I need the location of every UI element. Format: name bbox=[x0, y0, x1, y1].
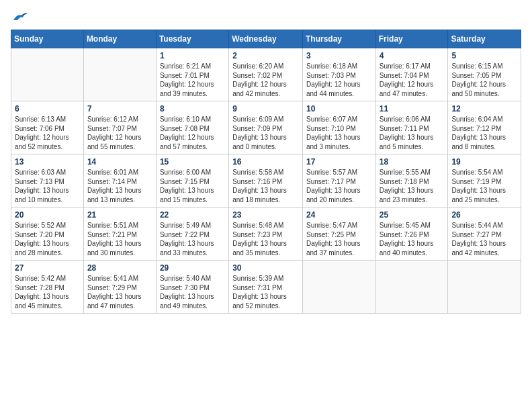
calendar-cell bbox=[448, 261, 521, 314]
day-number: 14 bbox=[87, 157, 152, 167]
day-number: 26 bbox=[451, 210, 517, 220]
cell-content: Sunrise: 6:01 AM Sunset: 7:14 PM Dayligh… bbox=[87, 168, 152, 204]
calendar-cell: 19Sunrise: 5:54 AM Sunset: 7:19 PM Dayli… bbox=[448, 154, 521, 208]
calendar-cell: 28Sunrise: 5:41 AM Sunset: 7:29 PM Dayli… bbox=[83, 261, 156, 314]
cell-content: Sunrise: 6:20 AM Sunset: 7:02 PM Dayligh… bbox=[232, 62, 299, 98]
cell-content: Sunrise: 5:55 AM Sunset: 7:18 PM Dayligh… bbox=[380, 168, 445, 204]
calendar-cell: 13Sunrise: 6:03 AM Sunset: 7:13 PM Dayli… bbox=[11, 154, 84, 208]
weekday-header-saturday: Saturday bbox=[448, 30, 521, 48]
calendar-table: SundayMondayTuesdayWednesdayThursdayFrid… bbox=[11, 30, 521, 314]
calendar-cell: 10Sunrise: 6:07 AM Sunset: 7:10 PM Dayli… bbox=[302, 101, 375, 154]
cell-content: Sunrise: 5:58 AM Sunset: 7:16 PM Dayligh… bbox=[232, 168, 299, 204]
cell-content: Sunrise: 5:57 AM Sunset: 7:17 PM Dayligh… bbox=[306, 168, 372, 204]
day-number: 2 bbox=[232, 51, 299, 60]
calendar-cell: 1Sunrise: 6:21 AM Sunset: 7:01 PM Daylig… bbox=[156, 48, 228, 101]
calendar-cell: 7Sunrise: 6:12 AM Sunset: 7:07 PM Daylig… bbox=[83, 101, 156, 154]
day-number: 22 bbox=[160, 210, 225, 220]
cell-content: Sunrise: 5:45 AM Sunset: 7:26 PM Dayligh… bbox=[380, 221, 445, 257]
day-number: 23 bbox=[232, 210, 299, 220]
calendar-cell: 21Sunrise: 5:51 AM Sunset: 7:21 PM Dayli… bbox=[83, 208, 156, 261]
cell-content: Sunrise: 6:03 AM Sunset: 7:13 PM Dayligh… bbox=[15, 168, 80, 204]
cell-content: Sunrise: 6:12 AM Sunset: 7:07 PM Dayligh… bbox=[87, 115, 152, 151]
calendar-cell: 24Sunrise: 5:47 AM Sunset: 7:25 PM Dayli… bbox=[302, 208, 375, 261]
calendar-week-row: 1Sunrise: 6:21 AM Sunset: 7:01 PM Daylig… bbox=[11, 48, 521, 101]
weekday-header-sunday: Sunday bbox=[11, 30, 84, 48]
calendar-cell: 30Sunrise: 5:39 AM Sunset: 7:31 PM Dayli… bbox=[229, 261, 303, 314]
day-number: 4 bbox=[380, 51, 445, 60]
calendar-cell: 12Sunrise: 6:04 AM Sunset: 7:12 PM Dayli… bbox=[448, 101, 521, 154]
calendar-cell bbox=[83, 48, 156, 101]
calendar-cell: 29Sunrise: 5:40 AM Sunset: 7:30 PM Dayli… bbox=[156, 261, 228, 314]
day-number: 1 bbox=[160, 51, 225, 60]
calendar-cell: 9Sunrise: 6:09 AM Sunset: 7:09 PM Daylig… bbox=[229, 101, 303, 154]
day-number: 16 bbox=[232, 157, 299, 167]
calendar-cell bbox=[302, 261, 375, 314]
day-number: 28 bbox=[87, 263, 152, 273]
calendar-cell: 17Sunrise: 5:57 AM Sunset: 7:17 PM Dayli… bbox=[302, 154, 375, 208]
cell-content: Sunrise: 5:39 AM Sunset: 7:31 PM Dayligh… bbox=[232, 274, 299, 310]
calendar-cell: 18Sunrise: 5:55 AM Sunset: 7:18 PM Dayli… bbox=[375, 154, 448, 208]
cell-content: Sunrise: 5:42 AM Sunset: 7:28 PM Dayligh… bbox=[15, 274, 80, 310]
cell-content: Sunrise: 6:15 AM Sunset: 7:05 PM Dayligh… bbox=[451, 62, 517, 98]
cell-content: Sunrise: 5:40 AM Sunset: 7:30 PM Dayligh… bbox=[160, 274, 225, 310]
cell-content: Sunrise: 5:49 AM Sunset: 7:22 PM Dayligh… bbox=[160, 221, 225, 257]
calendar-cell: 11Sunrise: 6:06 AM Sunset: 7:11 PM Dayli… bbox=[375, 101, 448, 154]
day-number: 19 bbox=[451, 157, 517, 167]
cell-content: Sunrise: 5:51 AM Sunset: 7:21 PM Dayligh… bbox=[87, 221, 152, 257]
day-number: 15 bbox=[160, 157, 225, 167]
day-number: 21 bbox=[87, 210, 152, 220]
cell-content: Sunrise: 5:44 AM Sunset: 7:27 PM Dayligh… bbox=[451, 221, 517, 257]
calendar-cell: 23Sunrise: 5:48 AM Sunset: 7:23 PM Dayli… bbox=[229, 208, 303, 261]
calendar-week-row: 13Sunrise: 6:03 AM Sunset: 7:13 PM Dayli… bbox=[11, 154, 521, 208]
calendar-cell bbox=[375, 261, 448, 314]
calendar-cell: 8Sunrise: 6:10 AM Sunset: 7:08 PM Daylig… bbox=[156, 101, 228, 154]
weekday-header-tuesday: Tuesday bbox=[156, 30, 228, 48]
logo-bird-icon bbox=[12, 11, 27, 23]
day-number: 8 bbox=[160, 104, 225, 113]
cell-content: Sunrise: 6:13 AM Sunset: 7:06 PM Dayligh… bbox=[15, 115, 80, 151]
cell-content: Sunrise: 6:09 AM Sunset: 7:09 PM Dayligh… bbox=[232, 115, 299, 151]
cell-content: Sunrise: 5:52 AM Sunset: 7:20 PM Dayligh… bbox=[15, 221, 80, 257]
weekday-header-thursday: Thursday bbox=[302, 30, 375, 48]
calendar-cell: 16Sunrise: 5:58 AM Sunset: 7:16 PM Dayli… bbox=[229, 154, 303, 208]
day-number: 3 bbox=[306, 51, 372, 60]
day-number: 5 bbox=[451, 51, 517, 60]
day-number: 17 bbox=[306, 157, 372, 167]
calendar-cell: 6Sunrise: 6:13 AM Sunset: 7:06 PM Daylig… bbox=[11, 101, 84, 154]
weekday-header-friday: Friday bbox=[375, 30, 448, 48]
calendar-cell: 15Sunrise: 6:00 AM Sunset: 7:15 PM Dayli… bbox=[156, 154, 228, 208]
cell-content: Sunrise: 5:54 AM Sunset: 7:19 PM Dayligh… bbox=[451, 168, 517, 204]
day-number: 25 bbox=[380, 210, 445, 220]
calendar-cell: 14Sunrise: 6:01 AM Sunset: 7:14 PM Dayli… bbox=[83, 154, 156, 208]
day-number: 18 bbox=[380, 157, 445, 167]
day-number: 20 bbox=[15, 210, 80, 220]
day-number: 24 bbox=[306, 210, 372, 220]
calendar-week-row: 20Sunrise: 5:52 AM Sunset: 7:20 PM Dayli… bbox=[11, 208, 521, 261]
calendar-cell: 5Sunrise: 6:15 AM Sunset: 7:05 PM Daylig… bbox=[448, 48, 521, 101]
calendar-week-row: 6Sunrise: 6:13 AM Sunset: 7:06 PM Daylig… bbox=[11, 101, 521, 154]
day-number: 12 bbox=[451, 104, 517, 113]
cell-content: Sunrise: 6:00 AM Sunset: 7:15 PM Dayligh… bbox=[160, 168, 225, 204]
calendar-cell: 2Sunrise: 6:20 AM Sunset: 7:02 PM Daylig… bbox=[229, 48, 303, 101]
day-number: 13 bbox=[15, 157, 80, 167]
cell-content: Sunrise: 5:41 AM Sunset: 7:29 PM Dayligh… bbox=[87, 274, 152, 310]
day-number: 29 bbox=[160, 263, 225, 273]
cell-content: Sunrise: 6:06 AM Sunset: 7:11 PM Dayligh… bbox=[380, 115, 445, 151]
cell-content: Sunrise: 6:21 AM Sunset: 7:01 PM Dayligh… bbox=[160, 62, 225, 98]
page-header bbox=[11, 11, 521, 23]
calendar-cell: 20Sunrise: 5:52 AM Sunset: 7:20 PM Dayli… bbox=[11, 208, 84, 261]
logo bbox=[11, 11, 27, 23]
cell-content: Sunrise: 5:47 AM Sunset: 7:25 PM Dayligh… bbox=[306, 221, 372, 257]
cell-content: Sunrise: 5:48 AM Sunset: 7:23 PM Dayligh… bbox=[232, 221, 299, 257]
day-number: 7 bbox=[87, 104, 152, 113]
weekday-header-monday: Monday bbox=[83, 30, 156, 48]
cell-content: Sunrise: 6:07 AM Sunset: 7:10 PM Dayligh… bbox=[306, 115, 372, 151]
day-number: 27 bbox=[15, 263, 80, 273]
calendar-week-row: 27Sunrise: 5:42 AM Sunset: 7:28 PM Dayli… bbox=[11, 261, 521, 314]
calendar-cell: 27Sunrise: 5:42 AM Sunset: 7:28 PM Dayli… bbox=[11, 261, 84, 314]
calendar-cell: 25Sunrise: 5:45 AM Sunset: 7:26 PM Dayli… bbox=[375, 208, 448, 261]
day-number: 9 bbox=[232, 104, 299, 113]
day-number: 10 bbox=[306, 104, 372, 113]
cell-content: Sunrise: 6:18 AM Sunset: 7:03 PM Dayligh… bbox=[306, 62, 372, 98]
cell-content: Sunrise: 6:10 AM Sunset: 7:08 PM Dayligh… bbox=[160, 115, 225, 151]
